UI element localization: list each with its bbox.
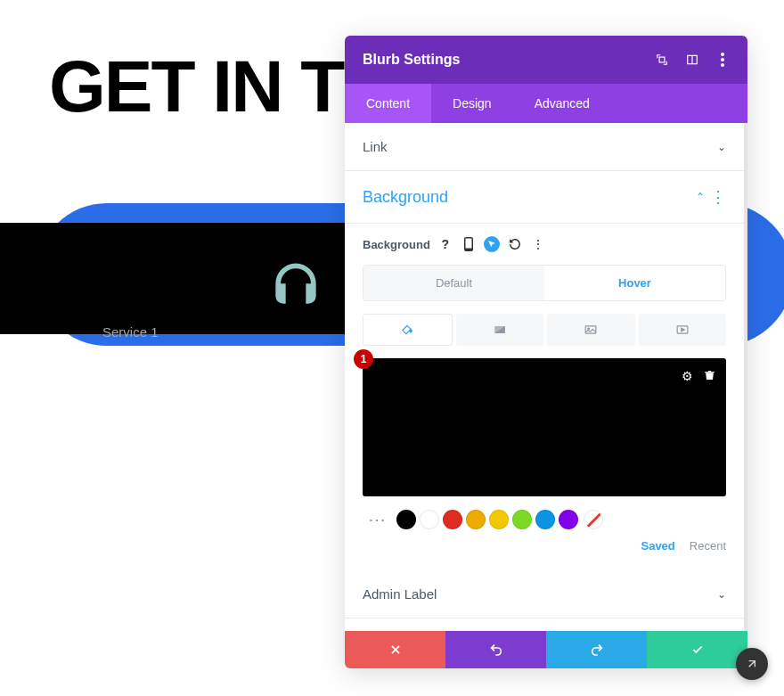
tabs: Content Design Advanced <box>345 84 747 123</box>
background-label: Background <box>363 238 430 251</box>
tab-design[interactable]: Design <box>431 84 513 123</box>
annotation-badge: 1 <box>354 349 373 369</box>
section-link-title: Link <box>363 139 388 154</box>
help-row[interactable]: ? Help <box>345 618 744 631</box>
section-admin-label-title: Admin Label <box>363 586 437 602</box>
svg-point-4 <box>721 58 724 61</box>
expand-icon[interactable] <box>655 53 669 67</box>
swatch[interactable] <box>443 510 462 529</box>
section-menu-icon[interactable]: ⋮ <box>710 187 726 207</box>
save-button[interactable] <box>647 631 747 668</box>
panel-body: Link ⌄ Background ⌃ ⋮ Background ? ⋮ Def… <box>345 123 747 631</box>
gear-icon[interactable]: ⚙ <box>682 369 693 384</box>
palette-saved[interactable]: Saved <box>641 539 674 553</box>
svg-rect-7 <box>465 239 471 249</box>
trash-icon[interactable] <box>704 369 715 384</box>
swatch-more-icon[interactable]: ⋯ <box>363 509 391 530</box>
state-tabs: Default Hover <box>363 265 726 301</box>
color-preview[interactable]: 1 ⚙ <box>363 358 726 496</box>
swatch[interactable] <box>512 510 532 529</box>
phone-icon[interactable] <box>461 236 477 252</box>
help-icon[interactable]: ? <box>437 236 453 252</box>
service-label: Service 1 <box>102 324 159 340</box>
state-tab-hover[interactable]: Hover <box>544 266 725 300</box>
swatch[interactable] <box>535 510 555 529</box>
palette-recent[interactable]: Recent <box>690 539 726 553</box>
chevron-down-icon: ⌄ <box>717 588 726 601</box>
bg-type-tabs <box>363 314 726 346</box>
modal-footer <box>345 631 747 668</box>
tab-advanced[interactable]: Advanced <box>513 84 611 123</box>
redo-button[interactable] <box>546 631 647 668</box>
swatch[interactable] <box>559 510 578 529</box>
undo-button[interactable] <box>445 631 546 668</box>
swatch-row: ⋯ <box>363 509 726 530</box>
swatch[interactable] <box>489 510 509 529</box>
section-link[interactable]: Link ⌄ <box>345 123 744 171</box>
svg-rect-0 <box>659 57 665 62</box>
modal-header: Blurb Settings <box>345 36 747 84</box>
bg-type-color[interactable] <box>363 314 453 346</box>
chevron-down-icon: ⌄ <box>717 141 726 153</box>
bg-type-video[interactable] <box>639 314 727 346</box>
background-content: Background ? ⋮ Default Hover 1 ⚙ <box>345 224 744 570</box>
section-background[interactable]: Background ⌃ ⋮ <box>345 171 744 224</box>
menu-vdots-icon[interactable] <box>715 53 730 67</box>
headphones-icon <box>265 256 326 320</box>
svg-point-10 <box>588 328 590 330</box>
svg-rect-12 <box>705 372 715 373</box>
svg-point-5 <box>721 63 724 67</box>
cancel-button[interactable] <box>345 631 445 668</box>
tab-content[interactable]: Content <box>345 84 431 123</box>
chevron-up-icon: ⌃ <box>696 191 705 203</box>
reset-icon[interactable] <box>507 236 523 252</box>
background-subheader: Background ? ⋮ <box>363 224 726 265</box>
modal-title: Blurb Settings <box>363 52 460 68</box>
state-tab-default[interactable]: Default <box>363 266 544 300</box>
swatch[interactable] <box>396 510 416 529</box>
bg-type-image[interactable] <box>547 314 635 346</box>
bg-type-gradient[interactable] <box>456 314 544 346</box>
swatch[interactable] <box>466 510 486 529</box>
hover-state-icon[interactable] <box>484 236 500 252</box>
swatch[interactable] <box>420 510 439 529</box>
svg-rect-9 <box>585 326 596 333</box>
svg-point-3 <box>721 53 724 56</box>
columns-icon[interactable] <box>685 53 699 67</box>
settings-modal: Blurb Settings Content Design Advanced L… <box>345 36 747 668</box>
resize-fab[interactable] <box>736 648 768 680</box>
options-vdots-icon[interactable]: ⋮ <box>530 236 546 252</box>
section-background-title: Background <box>363 188 448 207</box>
section-admin-label[interactable]: Admin Label ⌄ <box>345 570 744 618</box>
swatch-none[interactable] <box>584 510 603 529</box>
palette-tabs: Saved Recent <box>363 539 726 553</box>
